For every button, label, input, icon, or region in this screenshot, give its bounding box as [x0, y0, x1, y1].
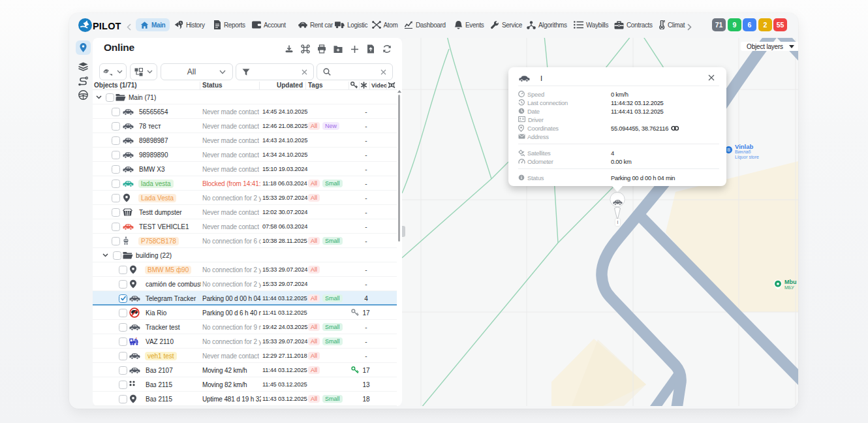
- svg-text:B: B: [727, 148, 730, 152]
